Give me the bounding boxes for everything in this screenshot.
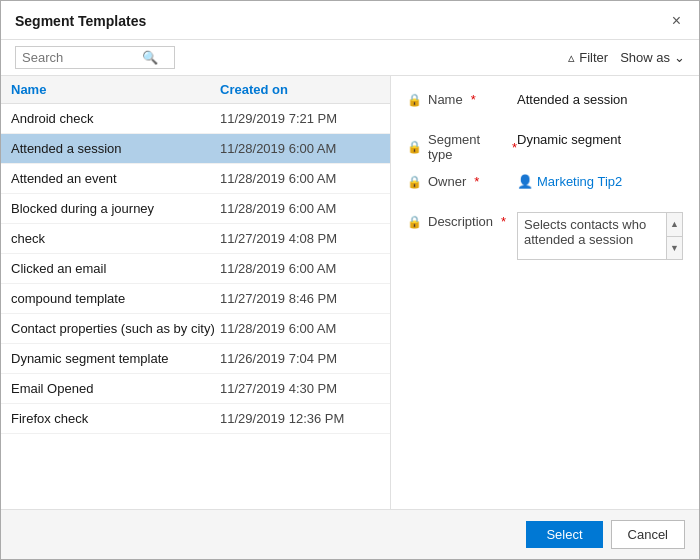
cancel-button[interactable]: Cancel bbox=[611, 520, 685, 549]
dialog-footer: Select Cancel bbox=[1, 509, 699, 559]
dialog-title: Segment Templates bbox=[15, 13, 146, 29]
required-star-description: * bbox=[501, 214, 506, 229]
item-date: 11/28/2019 6:00 AM bbox=[220, 321, 380, 336]
lock-icon-owner: 🔒 bbox=[407, 175, 422, 189]
filter-icon: ▵ bbox=[568, 50, 575, 65]
list-item[interactable]: Android check 11/29/2019 7:21 PM bbox=[1, 104, 390, 134]
list-item[interactable]: Firefox check 11/29/2019 12:36 PM bbox=[1, 404, 390, 434]
item-date: 11/29/2019 7:21 PM bbox=[220, 111, 380, 126]
detail-value-name: Attended a session bbox=[517, 90, 683, 107]
item-date: 11/27/2019 8:46 PM bbox=[220, 291, 380, 306]
item-date: 11/28/2019 6:00 AM bbox=[220, 261, 380, 276]
desc-scroll-up-button[interactable]: ▲ bbox=[667, 213, 682, 237]
dialog-header: Segment Templates × bbox=[1, 1, 699, 40]
required-star-owner: * bbox=[474, 174, 479, 189]
list-header: Name Created on bbox=[1, 76, 390, 104]
search-input[interactable] bbox=[22, 50, 142, 65]
list-item[interactable]: compound template 11/27/2019 8:46 PM bbox=[1, 284, 390, 314]
lock-icon-name: 🔒 bbox=[407, 93, 422, 107]
item-date: 11/28/2019 6:00 AM bbox=[220, 141, 380, 156]
detail-row-segment-type: 🔒 Segment type * Dynamic segment bbox=[407, 130, 683, 162]
item-name: compound template bbox=[11, 291, 220, 306]
list-item[interactable]: Contact properties (such as by city) 11/… bbox=[1, 314, 390, 344]
chevron-down-icon: ⌄ bbox=[674, 50, 685, 65]
item-date: 11/28/2019 6:00 AM bbox=[220, 171, 380, 186]
detail-label-name-text: Name bbox=[428, 92, 463, 107]
search-box: 🔍 bbox=[15, 46, 175, 69]
required-star-name: * bbox=[471, 92, 476, 107]
segment-templates-dialog: Segment Templates × 🔍 ▵ Filter Show as ⌄… bbox=[0, 0, 700, 560]
item-date: 11/28/2019 6:00 AM bbox=[220, 201, 380, 216]
detail-label-owner: 🔒 Owner * bbox=[407, 172, 517, 189]
show-as-button[interactable]: Show as ⌄ bbox=[620, 50, 685, 65]
detail-value-segment-type: Dynamic segment bbox=[517, 130, 683, 147]
item-name: Attended an event bbox=[11, 171, 220, 186]
item-date: 11/26/2019 7:04 PM bbox=[220, 351, 380, 366]
detail-value-description: Selects contacts who attended a session … bbox=[517, 212, 683, 260]
select-button[interactable]: Select bbox=[526, 521, 602, 548]
item-name: Android check bbox=[11, 111, 220, 126]
close-button[interactable]: × bbox=[668, 11, 685, 31]
item-name: check bbox=[11, 231, 220, 246]
detail-row-name: 🔒 Name * Attended a session bbox=[407, 90, 683, 120]
detail-label-description: 🔒 Description * bbox=[407, 212, 517, 229]
detail-label-description-text: Description bbox=[428, 214, 493, 229]
detail-label-owner-text: Owner bbox=[428, 174, 466, 189]
list-item[interactable]: Blocked during a journey 11/28/2019 6:00… bbox=[1, 194, 390, 224]
list-item[interactable]: Clicked an email 11/28/2019 6:00 AM bbox=[1, 254, 390, 284]
item-date: 11/29/2019 12:36 PM bbox=[220, 411, 380, 426]
toolbar-right: ▵ Filter Show as ⌄ bbox=[568, 50, 685, 65]
list-item[interactable]: Dynamic segment template 11/26/2019 7:04… bbox=[1, 344, 390, 374]
item-name: Email Opened bbox=[11, 381, 220, 396]
search-icon: 🔍 bbox=[142, 50, 158, 65]
detail-label-segment-type: 🔒 Segment type * bbox=[407, 130, 517, 162]
item-name: Clicked an email bbox=[11, 261, 220, 276]
list-panel: Name Created on Android check 11/29/2019… bbox=[1, 76, 391, 509]
filter-button[interactable]: ▵ Filter bbox=[568, 50, 608, 65]
dialog-body: Name Created on Android check 11/29/2019… bbox=[1, 76, 699, 509]
item-date: 11/27/2019 4:08 PM bbox=[220, 231, 380, 246]
filter-label: Filter bbox=[579, 50, 608, 65]
list-item[interactable]: Attended an event 11/28/2019 6:00 AM bbox=[1, 164, 390, 194]
list-item[interactable]: check 11/27/2019 4:08 PM bbox=[1, 224, 390, 254]
detail-row-description: 🔒 Description * Selects contacts who att… bbox=[407, 212, 683, 260]
detail-value-owner[interactable]: 👤Marketing Tip2 bbox=[517, 172, 683, 189]
detail-row-owner: 🔒 Owner * 👤Marketing Tip2 bbox=[407, 172, 683, 202]
toolbar: 🔍 ▵ Filter Show as ⌄ bbox=[1, 40, 699, 76]
item-name: Attended a session bbox=[11, 141, 220, 156]
list-item[interactable]: Attended a session 11/28/2019 6:00 AM bbox=[1, 134, 390, 164]
item-name: Firefox check bbox=[11, 411, 220, 426]
person-icon: 👤 bbox=[517, 174, 533, 189]
description-scrollbar[interactable]: ▲ ▼ bbox=[666, 213, 682, 259]
show-as-label: Show as bbox=[620, 50, 670, 65]
detail-label-segment-type-text: Segment type bbox=[428, 132, 504, 162]
list-item[interactable]: Email Opened 11/27/2019 4:30 PM bbox=[1, 374, 390, 404]
item-name: Blocked during a journey bbox=[11, 201, 220, 216]
lock-icon-description: 🔒 bbox=[407, 215, 422, 229]
column-header-date[interactable]: Created on bbox=[220, 82, 380, 97]
desc-scroll-down-button[interactable]: ▼ bbox=[667, 237, 682, 260]
column-header-name[interactable]: Name bbox=[11, 82, 220, 97]
detail-panel: 🔒 Name * Attended a session 🔒 Segment ty… bbox=[391, 76, 699, 509]
list-scroll[interactable]: Android check 11/29/2019 7:21 PM Attende… bbox=[1, 104, 390, 509]
item-name: Dynamic segment template bbox=[11, 351, 220, 366]
lock-icon-segment-type: 🔒 bbox=[407, 140, 422, 154]
item-date: 11/27/2019 4:30 PM bbox=[220, 381, 380, 396]
item-name: Contact properties (such as by city) bbox=[11, 321, 220, 336]
detail-label-name: 🔒 Name * bbox=[407, 90, 517, 107]
